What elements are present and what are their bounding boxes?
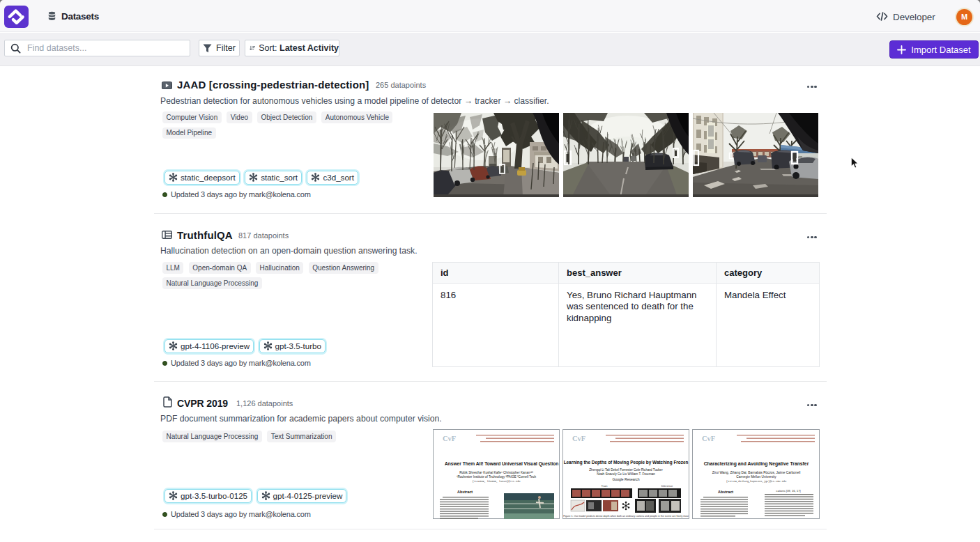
- svg-text:Answer Them All! Toward Univer: Answer Them All! Toward Universal Visual…: [445, 461, 560, 467]
- svg-text:Learning the Depths of Moving: Learning the Depths of Moving People by …: [564, 460, 689, 465]
- svg-text:¹Rochester Institute of Techno: ¹Rochester Institute of Technology ²PAIG…: [457, 475, 537, 479]
- svg-text:{rss9369, kk6055, kanan}@rit.e: {rss9369, kk6055, kanan}@rit.edu: [472, 480, 520, 483]
- svg-text:{ziruiw,dzihang,bapoczos,jgc}@: {ziruiw,dzihang,bapoczos,jgc}@cs.cmu.edu: [726, 480, 786, 483]
- svg-text:Zhengqi Li Tali Dekel: Zhengqi Li Tali Dekel Forrester Cole Ric…: [589, 468, 663, 472]
- svg-text:Carnegie Mellon University: Carnegie Mellon University: [736, 475, 776, 479]
- svg-text:cations [39, 16, 17]: cations [39, 16, 17]: [776, 489, 800, 493]
- svg-text:Inference: Inference: [661, 484, 673, 488]
- svg-text:Abstract: Abstract: [457, 490, 473, 494]
- svg-text:CvF: CvF: [702, 435, 715, 442]
- svg-text:Figure 1. Our model predicts d: Figure 1. Our model predicts dense depth…: [563, 515, 689, 518]
- svg-text:CvF: CvF: [572, 435, 585, 442]
- svg-text:Abstract: Abstract: [718, 490, 733, 494]
- svg-text:Robik Shrestha¹ Kushal Kaf: Robik Shrestha¹ Kushal Kafle¹ Christophe…: [459, 471, 533, 474]
- svg-text:Characterizing and Avoiding Ne: Characterizing and Avoiding Negative Tra…: [704, 461, 809, 467]
- svg-text:Noah Snavely Ce Liu: Noah Snavely Ce Liu William T. Freeman: [597, 472, 655, 476]
- svg-text:Google Research: Google Research: [613, 477, 640, 481]
- svg-text:Zirui Wang, Zihang Dai, Barnab: Zirui Wang, Zihang Dai, Barnabás Póczos,…: [712, 471, 800, 474]
- svg-text:Train: Train: [602, 484, 608, 488]
- svg-text:CvF: CvF: [443, 435, 456, 442]
